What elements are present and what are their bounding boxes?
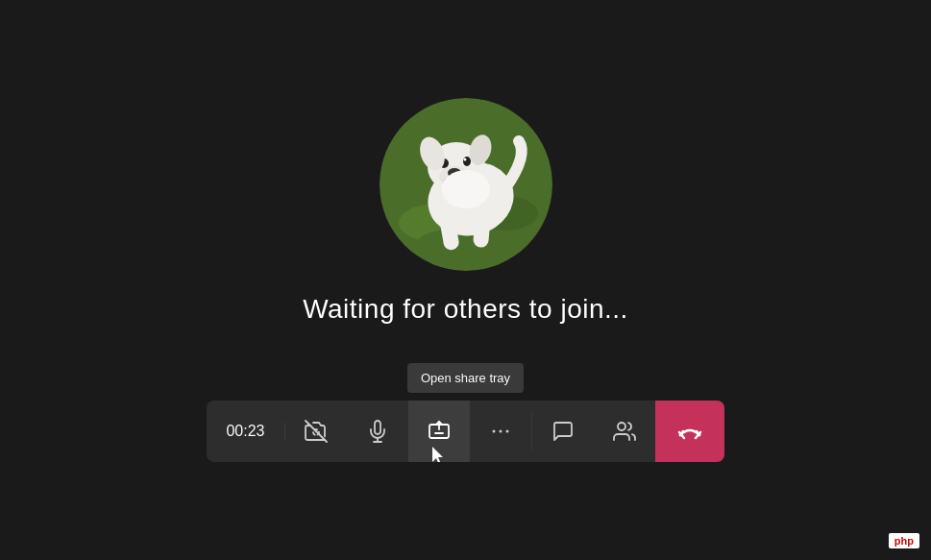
svg-line-18 (306, 421, 327, 442)
waiting-text: Waiting for others to join... (303, 294, 628, 325)
participants-button[interactable] (594, 401, 655, 462)
call-timer: 00:23 (207, 423, 284, 440)
svg-point-17 (442, 170, 490, 208)
svg-point-26 (505, 430, 508, 433)
share-screen-icon (428, 420, 451, 443)
end-call-button[interactable] (655, 401, 724, 462)
microphone-button[interactable] (347, 401, 408, 462)
phone-end-icon (676, 418, 703, 445)
share-tray-tooltip: Open share tray (407, 363, 524, 393)
main-content: Waiting for others to join... (303, 98, 628, 325)
cursor-icon (432, 447, 446, 462)
share-screen-button[interactable] (408, 401, 470, 462)
camera-off-button[interactable] (285, 401, 347, 462)
right-controls (532, 401, 724, 462)
avatar-image (380, 98, 552, 271)
svg-point-25 (499, 430, 502, 433)
camera-off-icon (305, 420, 328, 443)
chat-icon (551, 420, 575, 443)
ellipsis-icon (489, 420, 512, 443)
svg-point-10 (463, 157, 471, 166)
svg-point-12 (463, 158, 466, 161)
avatar (380, 98, 552, 271)
more-options-button[interactable] (470, 401, 531, 462)
svg-point-27 (618, 423, 625, 430)
controls-area: Open share tray 00:23 (207, 363, 723, 462)
chat-button[interactable] (532, 401, 594, 462)
watermark: php (889, 533, 919, 548)
svg-point-24 (492, 430, 495, 433)
microphone-icon (366, 420, 389, 443)
controls-bar: 00:23 (207, 401, 723, 462)
left-controls (285, 401, 531, 462)
people-icon (613, 420, 636, 443)
